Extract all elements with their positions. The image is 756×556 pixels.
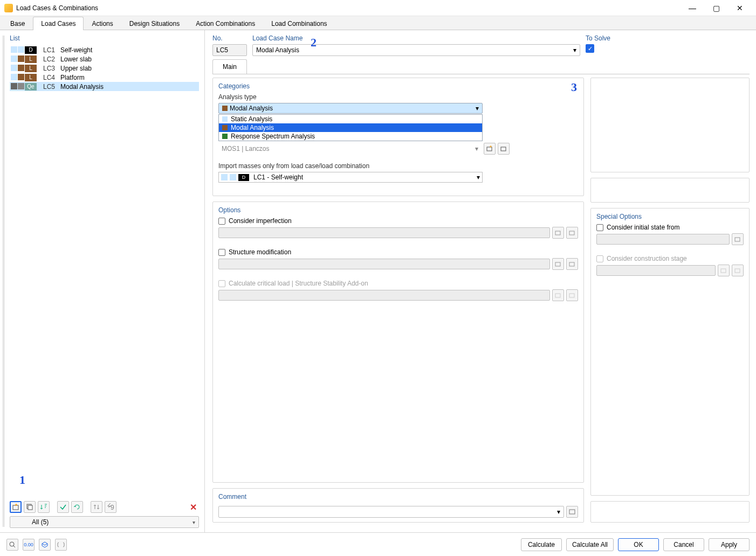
minimize-button[interactable]: —: [681, 1, 704, 16]
delete-button[interactable]: ✕: [187, 501, 199, 513]
lc-name: Modal Analysis: [60, 83, 104, 91]
svg-text:9: 9: [111, 504, 114, 511]
svg-rect-16: [735, 269, 740, 273]
edit-icon: [569, 230, 575, 236]
apply-button[interactable]: Apply: [709, 538, 750, 551]
swap-icon: [93, 503, 100, 511]
refresh-icon: [73, 503, 81, 511]
new-icon: [555, 292, 561, 298]
list-item[interactable]: Qe LC5 Modal Analysis: [10, 82, 199, 91]
lc-code: LC1: [43, 46, 58, 54]
model-button[interactable]: [39, 539, 51, 551]
new-icon: [486, 145, 493, 152]
special-options-title: Special Options: [596, 213, 744, 220]
solver-settings-row[interactable]: MOS1 | Lanczos▾: [218, 143, 482, 155]
svg-rect-8: [569, 231, 574, 235]
units-button[interactable]: 0.00: [23, 539, 35, 551]
list-item[interactable]: L LC3 Upper slab: [10, 64, 199, 73]
edit-button: [566, 289, 578, 301]
initial-state-checkbox[interactable]: [596, 224, 603, 231]
comment-field[interactable]: ▾: [218, 506, 564, 518]
swap-button[interactable]: [91, 501, 102, 513]
help-button[interactable]: [6, 539, 18, 551]
filter-value: All (5): [32, 518, 49, 526]
option-static-analysis[interactable]: Static Analysis: [219, 115, 482, 123]
import-masses-select[interactable]: DLC1 - Self-weight ▾: [218, 172, 483, 183]
calculate-all-button[interactable]: Calculate All: [566, 538, 614, 551]
renumber-button[interactable]: 29: [105, 501, 116, 513]
footer: 0.00 Calculate Calculate All OK Cancel A…: [0, 532, 756, 556]
consider-imperfection-checkbox[interactable]: [218, 218, 225, 225]
new-button[interactable]: [552, 258, 564, 270]
close-button[interactable]: ✕: [728, 1, 752, 16]
check-button[interactable]: [57, 501, 69, 513]
consider-imperfection-label: Consider imperfection: [229, 217, 292, 225]
edit-icon: [734, 267, 741, 274]
no-field[interactable]: LC5: [212, 44, 247, 56]
list-item[interactable]: L LC4 Platform: [10, 73, 199, 82]
category-badge: L: [25, 74, 37, 81]
analysis-type-label: Analysis type: [218, 93, 578, 101]
edit-button[interactable]: [566, 258, 578, 270]
options-panel: Options Consider imperfection Structure …: [212, 201, 584, 483]
units-icon: 0.00: [24, 542, 33, 547]
ok-button[interactable]: OK: [618, 538, 659, 551]
new-button[interactable]: [10, 501, 22, 513]
edit-icon: [569, 261, 575, 267]
aux-bottom-panel: [590, 501, 750, 523]
to-solve-checkbox[interactable]: ✓: [586, 44, 594, 53]
new-button[interactable]: [552, 227, 564, 239]
load-case-name-select[interactable]: Modal Analysis ▾: [252, 44, 580, 56]
chevron-down-icon: ▾: [193, 519, 195, 525]
edit-button[interactable]: [732, 233, 744, 245]
lc-name: Self-weight: [60, 46, 92, 54]
list-item[interactable]: L LC2 Lower slab: [10, 54, 199, 64]
analysis-type-dropdown[interactable]: Static Analysis Modal Analysis Response …: [218, 114, 483, 141]
categories-panel: Categories Analysis type Modal Analysis …: [212, 78, 584, 196]
imperfection-select[interactable]: [218, 227, 550, 238]
edit-button[interactable]: [566, 227, 578, 239]
modification-select[interactable]: [218, 259, 550, 269]
lc-name: Lower slab: [60, 55, 92, 63]
critical-load-select: [218, 290, 550, 301]
sort-button[interactable]: [38, 501, 50, 513]
initial-state-label: Consider initial state from: [607, 224, 679, 231]
refresh-button[interactable]: [71, 501, 83, 513]
options-title: Options: [218, 206, 578, 214]
initial-state-select[interactable]: [596, 234, 730, 245]
special-options-panel: Special Options Consider initial state f…: [590, 208, 750, 496]
svg-rect-0: [13, 505, 18, 510]
list-item[interactable]: D LC1 Self-weight: [10, 45, 199, 54]
script-button[interactable]: [55, 539, 67, 551]
no-label: No.: [212, 34, 247, 42]
tab-main[interactable]: Main: [212, 59, 247, 74]
tab-load-cases[interactable]: Load Cases: [33, 17, 84, 30]
category-badge: L: [25, 55, 37, 63]
svg-point-17: [10, 542, 14, 546]
comment-panel: Comment ▾: [212, 488, 584, 523]
option-modal-analysis[interactable]: Modal Analysis: [219, 123, 482, 132]
comment-library-button[interactable]: [566, 506, 578, 518]
categories-title: Categories: [218, 82, 578, 90]
svg-rect-15: [721, 269, 726, 273]
structure-modification-checkbox[interactable]: [218, 249, 225, 256]
edit-settings-button[interactable]: [498, 143, 510, 155]
copy-button[interactable]: [24, 501, 36, 513]
cancel-button[interactable]: Cancel: [663, 538, 704, 551]
tab-actions[interactable]: Actions: [84, 17, 121, 30]
new-settings-button[interactable]: [484, 143, 496, 155]
lc-code: LC4: [43, 74, 58, 81]
edit-icon: [500, 145, 507, 152]
analysis-type-select[interactable]: Modal Analysis ▾ Static Analysis Modal A…: [218, 103, 483, 114]
tab-base[interactable]: Base: [2, 17, 33, 30]
tab-action-combinations[interactable]: Action Combinations: [188, 17, 263, 30]
list-filter-select[interactable]: All (5) ▾: [10, 516, 199, 528]
calculate-button[interactable]: Calculate: [521, 538, 562, 551]
tab-load-combinations[interactable]: Load Combinations: [263, 17, 335, 30]
tab-design-situations[interactable]: Design Situations: [121, 17, 188, 30]
category-badge: D: [25, 46, 37, 54]
solve-label: To Solve: [586, 34, 750, 42]
option-response-spectrum[interactable]: Response Spectrum Analysis: [219, 132, 482, 141]
load-case-list[interactable]: D LC1 Self-weight L LC2 Lower slab L LC3…: [10, 45, 199, 497]
maximize-button[interactable]: ▢: [704, 1, 728, 16]
